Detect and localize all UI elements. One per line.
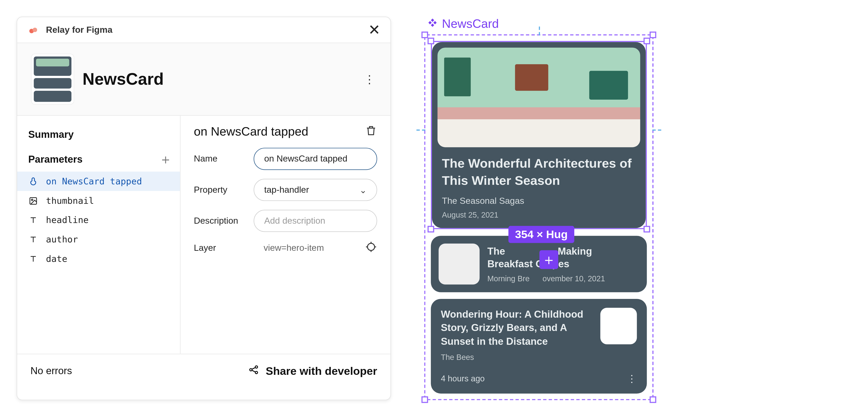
panel-header: NewsCard ⋮ — [17, 43, 391, 116]
parameter-label: thumbnail — [46, 195, 94, 206]
resize-handle-icon[interactable] — [650, 396, 656, 403]
property-label: Property — [194, 185, 244, 195]
news-card-audio[interactable]: Wondering Hour: A Childhood Story, Grizz… — [431, 299, 647, 393]
parameter-item-tap[interactable]: on NewsCard tapped — [17, 172, 180, 191]
add-parameter-icon[interactable]: ＋ — [159, 151, 172, 168]
property-select[interactable]: tap-handler ⌄ — [254, 179, 377, 201]
delete-icon[interactable] — [365, 125, 377, 139]
tap-icon — [28, 176, 38, 186]
resize-handle-icon[interactable] — [644, 38, 650, 44]
name-label: Name — [194, 154, 244, 164]
alignment-guide — [652, 129, 661, 131]
layer-value: view=hero-item — [254, 243, 355, 253]
add-variant-icon[interactable]: ＋ — [539, 250, 558, 269]
third-author: The Bees — [441, 353, 637, 361]
parameter-label: headline — [46, 215, 89, 225]
text-icon — [28, 235, 38, 244]
text-icon — [28, 216, 38, 224]
hero-date: August 25, 2021 — [442, 210, 636, 219]
third-thumbnail — [600, 308, 637, 344]
small-headline: The Making Breakfast Crepes — [487, 245, 639, 271]
hero-author: The Seasonal Sagas — [442, 196, 636, 206]
figma-canvas[interactable]: NewsCard 354 × Hug ＋ — [424, 17, 653, 400]
detail-pane: on NewsCard tapped Name on NewsCard tapp… — [181, 116, 391, 354]
name-input[interactable]: on NewsCard tapped — [254, 148, 377, 170]
resize-handle-icon[interactable] — [650, 32, 656, 38]
third-time-ago: 4 hours ago — [441, 374, 485, 383]
small-meta: Morning Bre ovember 10, 2021 — [487, 274, 639, 283]
description-label: Description — [194, 216, 244, 226]
parameter-item-thumbnail[interactable]: thumbnail — [17, 191, 180, 210]
close-icon[interactable]: ✕ — [368, 23, 380, 37]
chevron-down-icon: ⌄ — [360, 185, 367, 195]
relay-logo-icon — [27, 23, 40, 37]
hero-thumbnail — [438, 48, 640, 147]
news-card-small[interactable]: The Making Breakfast Crepes Morning Bre … — [431, 236, 647, 292]
resize-handle-icon[interactable] — [644, 226, 650, 232]
small-thumbnail — [438, 244, 479, 284]
text-icon — [28, 254, 38, 263]
resize-handle-icon[interactable] — [428, 226, 434, 232]
card-overflow-icon[interactable]: ⋮ — [627, 373, 637, 385]
overflow-menu-icon[interactable]: ⋮ — [364, 72, 376, 86]
resize-handle-icon[interactable] — [421, 396, 428, 403]
parameter-label: on NewsCard tapped — [46, 176, 142, 187]
share-icon — [248, 364, 259, 378]
panel-topbar: Relay for Figma ✕ — [17, 17, 391, 43]
component-thumbnail — [32, 54, 74, 104]
alignment-guide — [416, 129, 425, 131]
alignment-guide — [539, 27, 540, 35]
locate-layer-icon[interactable] — [365, 241, 377, 255]
parameter-label: date — [46, 254, 67, 264]
description-input[interactable]: Add description — [254, 210, 377, 232]
parameter-item-author[interactable]: author — [17, 230, 180, 249]
summary-heading: Summary — [17, 125, 180, 151]
selection-frame-inner[interactable]: The Wonderful Architectures of This Wint… — [431, 41, 647, 229]
sidebar: Summary Parameters ＋ on NewsCard tapped … — [17, 116, 181, 354]
svg-point-2 — [368, 243, 375, 250]
share-label: Share with developer — [266, 365, 377, 378]
parameter-item-headline[interactable]: headline — [17, 210, 180, 230]
app-name: Relay for Figma — [46, 25, 112, 35]
component-title: NewsCard — [83, 70, 355, 89]
component-diamond-icon — [428, 17, 437, 31]
image-icon — [28, 196, 38, 205]
relay-panel: Relay for Figma ✕ NewsCard ⋮ Summary Par… — [17, 17, 391, 400]
hero-headline: The Wonderful Architectures of This Wint… — [442, 155, 636, 189]
selection-size-badge: 354 × Hug — [508, 226, 575, 243]
svg-point-1 — [31, 199, 33, 200]
parameter-label: author — [46, 234, 78, 245]
detail-title: on NewsCard tapped — [194, 125, 308, 139]
third-headline: Wondering Hour: A Childhood Story, Grizz… — [441, 308, 592, 348]
layer-label: Layer — [194, 243, 244, 253]
news-card-hero[interactable]: The Wonderful Architectures of This Wint… — [432, 42, 646, 228]
status-text: No errors — [31, 365, 72, 377]
resize-handle-icon[interactable] — [421, 32, 428, 38]
parameters-heading: Parameters — [28, 154, 83, 165]
component-badge-label: NewsCard — [442, 17, 499, 31]
component-badge[interactable]: NewsCard — [428, 17, 653, 31]
share-with-developer-button[interactable]: Share with developer — [248, 364, 377, 378]
resize-handle-icon[interactable] — [428, 38, 434, 44]
parameter-item-date[interactable]: date — [17, 249, 180, 268]
selection-frame-outer[interactable]: 354 × Hug ＋ The Wonderful Architectures … — [424, 34, 653, 400]
